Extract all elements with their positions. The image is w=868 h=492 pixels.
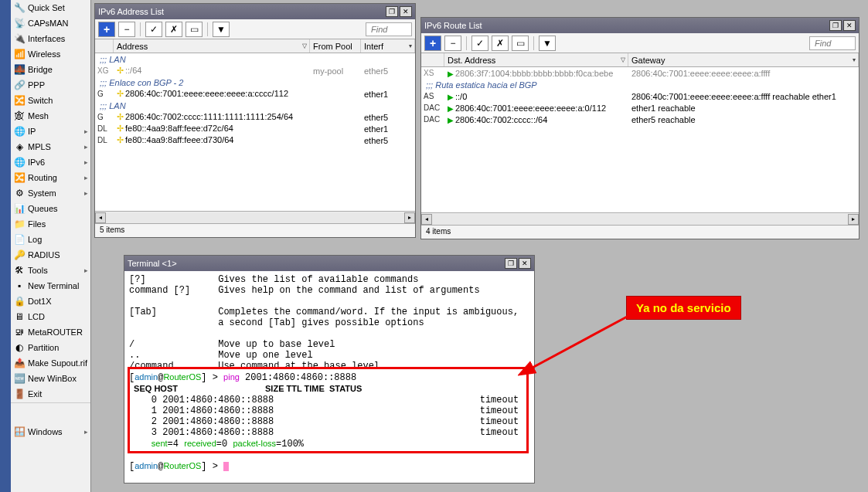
column-headers[interactable]: Dst. Address▽ Gateway▾ [421, 53, 859, 67]
address-table[interactable]: ;;; LANXG✢::/64my-poolether5;;; Enlace c… [95, 53, 415, 211]
menu-label: Exit [28, 389, 42, 399]
menu-label: Tools [28, 266, 48, 275]
restore-icon[interactable]: ❐ [505, 258, 517, 269]
submenu-arrow-icon: ▸ [84, 266, 88, 274]
filter-button[interactable]: ▼ [213, 22, 230, 37]
sidebar-item[interactable]: ◐Partition [11, 340, 90, 355]
table-row[interactable]: G✢2806:40c:7002:cccc:1111:1111:1111:254/… [95, 111, 415, 123]
sidebar-item[interactable]: 📊Queues [11, 201, 90, 216]
remove-button[interactable]: − [444, 36, 461, 51]
window-titlebar[interactable]: IPv6 Address List ❐ ✕ [95, 4, 415, 19]
sidebar-item[interactable]: 📄Log [11, 232, 90, 247]
submenu-arrow-icon: ▸ [84, 189, 88, 197]
comment-row: ;;; Enlace con BGP - 2 [95, 76, 415, 88]
terminal-output[interactable]: [?] Gives the list of available commands… [124, 271, 534, 475]
sidebar-item[interactable]: 🚪Exit [11, 386, 90, 402]
sidebar-item[interactable]: 🖥LCD [11, 309, 90, 324]
menu-icon: 📡 [13, 17, 26, 29]
sidebar-item[interactable]: 🆕New WinBox [11, 371, 90, 386]
menu-icon: 🔑 [13, 249, 26, 261]
ipv6-route-window: IPv6 Route List ❐ ✕ + − ✓ ✗ ▭ ▼ Dst. Add… [420, 17, 859, 239]
comment-row: ;;; Ruta estatica hacia el BGP [421, 79, 859, 90]
comment-row: ;;; LAN [95, 53, 415, 65]
sidebar-item[interactable]: 📡CAPsMAN [11, 15, 90, 31]
submenu-arrow-icon: ▸ [84, 127, 88, 135]
menu-icon: 📤 [13, 357, 26, 369]
close-icon[interactable]: ✕ [519, 258, 531, 269]
sidebar-item[interactable]: 🔒Dot1X [11, 294, 90, 309]
enable-button[interactable]: ✓ [145, 22, 162, 37]
annotation-arrow [518, 309, 642, 378]
table-row[interactable]: XG✢::/64my-poolether5 [95, 65, 415, 76]
menu-label: Switch [28, 96, 53, 105]
sidebar-item[interactable]: 🖳MetaROUTER [11, 324, 90, 340]
menu-label: Bridge [28, 65, 53, 74]
table-row[interactable]: XS▶2806:3f7:1004:bbbb:bbbb:bbbb:f0ca:beb… [421, 67, 859, 79]
menu-icon: 🔗 [13, 79, 26, 91]
ipv6-address-window: IPv6 Address List ❐ ✕ + − ✓ ✗ ▭ ▼ Addres… [94, 3, 416, 238]
menu-icon: 🌐 [13, 125, 26, 137]
restore-icon[interactable]: ❐ [829, 20, 842, 31]
close-icon[interactable]: ✕ [400, 6, 412, 17]
sidebar-item[interactable]: 🔀Routing▸ [11, 170, 90, 185]
route-table[interactable]: XS▶2806:3f7:1004:bbbb:bbbb:bbbb:f0ca:beb… [421, 67, 859, 212]
sidebar-item[interactable]: 🌐IP▸ [11, 124, 90, 139]
enable-button[interactable]: ✓ [471, 36, 488, 51]
sidebar-item-windows[interactable]: 🪟Windows▸ [11, 424, 90, 439]
sidebar-item[interactable]: 🌉Bridge [11, 62, 90, 77]
sidebar-item[interactable]: 🕸Mesh [11, 108, 90, 124]
sidebar-item[interactable]: 🔌Interfaces [11, 31, 90, 46]
sidebar-item[interactable]: 🔑RADIUS [11, 247, 90, 263]
menu-label: New WinBox [28, 374, 77, 383]
menu-label: New Terminal [28, 281, 79, 290]
table-row[interactable]: AS▶::/02806:40c:7001:eeee:eeee:eeee:a:ff… [421, 90, 859, 102]
menu-icon: 🖳 [13, 326, 26, 338]
find-input[interactable] [809, 36, 856, 50]
add-button[interactable]: + [98, 22, 115, 37]
filter-button[interactable]: ▼ [539, 36, 556, 51]
menu-label: IPv6 [28, 158, 45, 167]
table-row[interactable]: DL✢fe80::4aa9:8aff:feee:d730/64ether5 [95, 134, 415, 146]
disable-button[interactable]: ✗ [492, 36, 509, 51]
table-row[interactable]: G✢2806:40c:7001:eeee:eeee:eeee:a:cccc/11… [95, 88, 415, 100]
sidebar-item[interactable]: 🔀Switch [11, 93, 90, 108]
menu-label: CAPsMAN [28, 19, 69, 28]
sidebar-item[interactable]: 🛠Tools▸ [11, 263, 90, 278]
menu-icon: 📁 [13, 218, 26, 230]
toolbar: + − ✓ ✗ ▭ ▼ [421, 33, 859, 53]
menu-icon: 🚪 [13, 388, 26, 400]
sidebar-item[interactable]: 🔗PPP [11, 77, 90, 93]
table-row[interactable]: DAC▶2806:40c:7001:eeee:eeee:eeee:a:0/112… [421, 102, 859, 114]
hscrollbar[interactable]: ◂▸ [421, 212, 859, 225]
restore-icon[interactable]: ❐ [386, 6, 398, 17]
sidebar-item[interactable]: 🔧Quick Set [11, 0, 90, 15]
menu-label: RADIUS [28, 250, 60, 260]
add-button[interactable]: + [424, 36, 441, 51]
comment-button[interactable]: ▭ [512, 36, 529, 51]
comment-button[interactable]: ▭ [186, 22, 203, 37]
hscrollbar[interactable]: ◂▸ [95, 211, 415, 223]
window-title: Terminal <1> [128, 259, 177, 268]
column-headers[interactable]: Address▽ From Pool Interf▾ [95, 39, 415, 53]
window-titlebar[interactable]: Terminal <1> ❐ ✕ [124, 256, 534, 271]
window-titlebar[interactable]: IPv6 Route List ❐ ✕ [421, 18, 859, 33]
table-row[interactable]: DL✢fe80::4aa9:8aff:feee:d72c/64ether1 [95, 123, 415, 134]
sidebar-item[interactable]: 🌐IPv6▸ [11, 154, 90, 170]
sidebar-item[interactable]: ⚙System▸ [11, 185, 90, 201]
sidebar-item[interactable]: ▪New Terminal [11, 278, 90, 294]
annotation-callout: Ya no da servicio [626, 296, 741, 320]
menu-icon: 🔒 [13, 295, 26, 307]
submenu-arrow-icon: ▸ [84, 143, 88, 151]
find-input[interactable] [366, 22, 412, 36]
sidebar-item[interactable]: 📤Make Supout.rif [11, 355, 90, 371]
sidebar-item[interactable]: ◈MPLS▸ [11, 139, 90, 154]
table-row[interactable]: DAC▶2806:40c:7002:cccc::/64ether5 reacha… [421, 114, 859, 125]
remove-button[interactable]: − [118, 22, 135, 37]
disable-button[interactable]: ✗ [165, 22, 182, 37]
menu-label: MetaROUTER [28, 327, 83, 337]
menu-icon: ▪ [13, 280, 26, 292]
close-icon[interactable]: ✕ [843, 20, 856, 31]
menu-icon: ⚙ [13, 187, 26, 199]
sidebar-item[interactable]: 📶Wireless [11, 46, 90, 62]
sidebar-item[interactable]: 📁Files [11, 216, 90, 232]
